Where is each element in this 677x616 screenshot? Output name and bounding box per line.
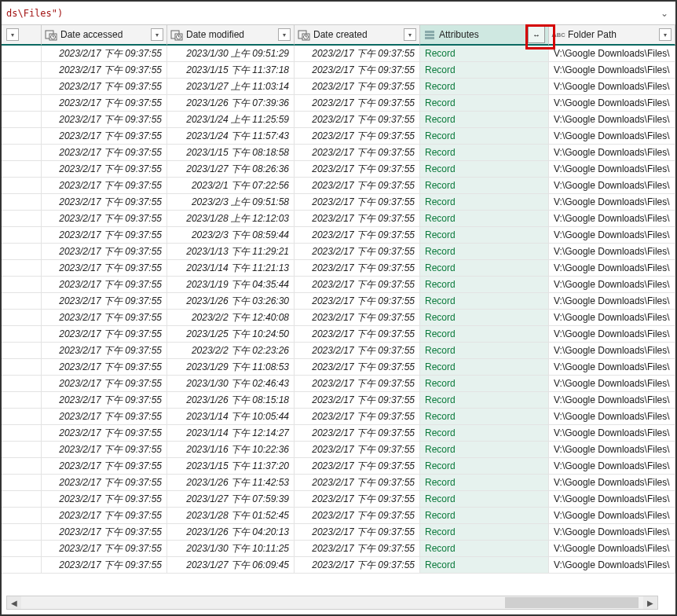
- cell-folder-path[interactable]: V:\Google Downloads\Files\: [549, 557, 675, 574]
- filter-icon[interactable]: ▾: [151, 28, 163, 41]
- cell-date-modified[interactable]: 2023/2/3 下午 08:59:44: [167, 227, 295, 244]
- cell-attributes-record[interactable]: Record: [420, 359, 549, 376]
- cell-attributes-record[interactable]: Record: [420, 524, 549, 541]
- cell-date-modified[interactable]: 2023/1/30 下午 10:11:25: [167, 541, 295, 557]
- cell-date-modified[interactable]: 2023/1/19 下午 04:35:44: [167, 277, 295, 293]
- scrollbar-thumb[interactable]: [505, 597, 639, 608]
- cell-date-accessed[interactable]: 2023/2/17 下午 09:37:55: [42, 343, 167, 359]
- cell-date-created[interactable]: 2023/2/17 下午 09:37:55: [295, 79, 420, 95]
- cell-date-created[interactable]: 2023/2/17 下午 09:37:55: [295, 260, 420, 277]
- cell-date-modified[interactable]: 2023/1/25 下午 10:24:50: [167, 326, 295, 343]
- cell-date-created[interactable]: 2023/2/17 下午 09:37:55: [295, 409, 420, 425]
- cell-attributes-record[interactable]: Record: [420, 95, 549, 112]
- cell-date-accessed[interactable]: 2023/2/17 下午 09:37:55: [42, 293, 167, 310]
- table-row[interactable]: 2023/2/17 下午 09:37:552023/1/26 下午 04:20:…: [2, 524, 675, 541]
- cell-date-created[interactable]: 2023/2/17 下午 09:37:55: [295, 491, 420, 508]
- cell-date-modified[interactable]: 2023/1/29 下午 11:08:53: [167, 359, 295, 376]
- cell-date-accessed[interactable]: 2023/2/17 下午 09:37:55: [42, 541, 167, 557]
- cell-date-accessed[interactable]: 2023/2/17 下午 09:37:55: [42, 376, 167, 392]
- cell-folder-path[interactable]: V:\Google Downloads\Files\: [549, 392, 675, 409]
- cell-date-created[interactable]: 2023/2/17 下午 09:37:55: [295, 524, 420, 541]
- cell-attributes-record[interactable]: Record: [420, 79, 549, 95]
- chevron-down-icon[interactable]: ⌄: [658, 8, 671, 19]
- formula-text[interactable]: ds\Files"): [6, 8, 658, 19]
- cell-folder-path[interactable]: V:\Google Downloads\Files\: [549, 161, 675, 178]
- cell-date-accessed[interactable]: 2023/2/17 下午 09:37:55: [42, 79, 167, 95]
- table-row[interactable]: 2023/2/17 下午 09:37:552023/1/14 下午 10:05:…: [2, 409, 675, 425]
- cell-attributes-record[interactable]: Record: [420, 541, 549, 557]
- table-row[interactable]: 2023/2/17 下午 09:37:552023/1/26 下午 03:26:…: [2, 293, 675, 310]
- cell-attributes-record[interactable]: Record: [420, 227, 549, 244]
- cell-folder-path[interactable]: V:\Google Downloads\Files\: [549, 491, 675, 508]
- filter-icon[interactable]: ▾: [659, 28, 672, 41]
- cell-date-modified[interactable]: 2023/2/1 下午 07:22:56: [167, 178, 295, 194]
- cell-date-modified[interactable]: 2023/1/13 下午 11:29:21: [167, 244, 295, 260]
- table-row[interactable]: 2023/2/17 下午 09:37:552023/2/2 下午 12:40:0…: [2, 310, 675, 326]
- cell-date-created[interactable]: 2023/2/17 下午 09:37:55: [295, 161, 420, 178]
- cell-date-accessed[interactable]: 2023/2/17 下午 09:37:55: [42, 359, 167, 376]
- cell-date-accessed[interactable]: 2023/2/17 下午 09:37:55: [42, 310, 167, 326]
- table-row[interactable]: 2023/2/17 下午 09:37:552023/1/28 上午 12:12:…: [2, 211, 675, 227]
- cell-date-accessed[interactable]: 2023/2/17 下午 09:37:55: [42, 277, 167, 293]
- table-row[interactable]: 2023/2/17 下午 09:37:552023/1/19 下午 04:35:…: [2, 277, 675, 293]
- cell-attributes-record[interactable]: Record: [420, 62, 549, 79]
- table-row[interactable]: 2023/2/17 下午 09:37:552023/1/30 上午 09:51:…: [2, 46, 675, 62]
- cell-folder-path[interactable]: V:\Google Downloads\Files\: [549, 244, 675, 260]
- cell-folder-path[interactable]: V:\Google Downloads\Files\: [549, 326, 675, 343]
- table-row[interactable]: 2023/2/17 下午 09:37:552023/1/13 下午 11:29:…: [2, 244, 675, 260]
- cell-date-accessed[interactable]: 2023/2/17 下午 09:37:55: [42, 95, 167, 112]
- cell-date-created[interactable]: 2023/2/17 下午 09:37:55: [295, 458, 420, 475]
- cell-date-created[interactable]: 2023/2/17 下午 09:37:55: [295, 326, 420, 343]
- cell-folder-path[interactable]: V:\Google Downloads\Files\: [549, 211, 675, 227]
- cell-date-modified[interactable]: 2023/2/2 下午 02:23:26: [167, 343, 295, 359]
- scroll-right-arrow-icon[interactable]: ▶: [643, 596, 657, 609]
- table-row[interactable]: 2023/2/17 下午 09:37:552023/1/14 下午 12:14:…: [2, 425, 675, 442]
- cell-date-created[interactable]: 2023/2/17 下午 09:37:55: [295, 112, 420, 128]
- table-row[interactable]: 2023/2/17 下午 09:37:552023/1/27 下午 08:26:…: [2, 161, 675, 178]
- table-row[interactable]: 2023/2/17 下午 09:37:552023/2/1 下午 07:22:5…: [2, 178, 675, 194]
- table-row[interactable]: 2023/2/17 下午 09:37:552023/1/15 下午 11:37:…: [2, 458, 675, 475]
- cell-date-accessed[interactable]: 2023/2/17 下午 09:37:55: [42, 458, 167, 475]
- cell-folder-path[interactable]: V:\Google Downloads\Files\: [549, 524, 675, 541]
- cell-date-created[interactable]: 2023/2/17 下午 09:37:55: [295, 442, 420, 458]
- cell-attributes-record[interactable]: Record: [420, 310, 549, 326]
- cell-folder-path[interactable]: V:\Google Downloads\Files\: [549, 310, 675, 326]
- cell-date-modified[interactable]: 2023/1/28 下午 01:52:45: [167, 508, 295, 524]
- cell-date-accessed[interactable]: 2023/2/17 下午 09:37:55: [42, 475, 167, 491]
- cell-attributes-record[interactable]: Record: [420, 343, 549, 359]
- column-header-date-accessed[interactable]: Date accessed ▾: [42, 25, 167, 46]
- cell-folder-path[interactable]: V:\Google Downloads\Files\: [549, 260, 675, 277]
- cell-attributes-record[interactable]: Record: [420, 46, 549, 62]
- cell-attributes-record[interactable]: Record: [420, 178, 549, 194]
- cell-date-created[interactable]: 2023/2/17 下午 09:37:55: [295, 293, 420, 310]
- cell-folder-path[interactable]: V:\Google Downloads\Files\: [549, 293, 675, 310]
- cell-date-created[interactable]: 2023/2/17 下午 09:37:55: [295, 211, 420, 227]
- cell-date-modified[interactable]: 2023/1/15 下午 11:37:18: [167, 62, 295, 79]
- cell-date-accessed[interactable]: 2023/2/17 下午 09:37:55: [42, 244, 167, 260]
- cell-date-modified[interactable]: 2023/2/3 上午 09:51:58: [167, 194, 295, 211]
- column-header-date-modified[interactable]: Date modified ▾: [167, 25, 295, 46]
- cell-folder-path[interactable]: V:\Google Downloads\Files\: [549, 376, 675, 392]
- cell-date-created[interactable]: 2023/2/17 下午 09:37:55: [295, 277, 420, 293]
- cell-date-accessed[interactable]: 2023/2/17 下午 09:37:55: [42, 260, 167, 277]
- table-row[interactable]: 2023/2/17 下午 09:37:552023/1/29 下午 11:08:…: [2, 359, 675, 376]
- cell-date-created[interactable]: 2023/2/17 下午 09:37:55: [295, 244, 420, 260]
- cell-folder-path[interactable]: V:\Google Downloads\Files\: [549, 95, 675, 112]
- cell-date-modified[interactable]: 2023/1/30 上午 09:51:29: [167, 46, 295, 62]
- cell-folder-path[interactable]: V:\Google Downloads\Files\: [549, 508, 675, 524]
- cell-date-modified[interactable]: 2023/1/26 下午 07:39:36: [167, 95, 295, 112]
- table-row[interactable]: 2023/2/17 下午 09:37:552023/1/16 下午 10:22:…: [2, 442, 675, 458]
- cell-attributes-record[interactable]: Record: [420, 128, 549, 145]
- table-row[interactable]: 2023/2/17 下午 09:37:552023/2/3 下午 08:59:4…: [2, 227, 675, 244]
- cell-date-created[interactable]: 2023/2/17 下午 09:37:55: [295, 425, 420, 442]
- cell-attributes-record[interactable]: Record: [420, 145, 549, 161]
- cell-date-created[interactable]: 2023/2/17 下午 09:37:55: [295, 128, 420, 145]
- cell-date-modified[interactable]: 2023/2/2 下午 12:40:08: [167, 310, 295, 326]
- cell-date-accessed[interactable]: 2023/2/17 下午 09:37:55: [42, 508, 167, 524]
- table-row[interactable]: 2023/2/17 下午 09:37:552023/1/25 下午 10:24:…: [2, 326, 675, 343]
- cell-date-accessed[interactable]: 2023/2/17 下午 09:37:55: [42, 145, 167, 161]
- cell-folder-path[interactable]: V:\Google Downloads\Files\: [549, 409, 675, 425]
- cell-date-modified[interactable]: 2023/1/27 上午 11:03:14: [167, 79, 295, 95]
- cell-folder-path[interactable]: V:\Google Downloads\Files\: [549, 79, 675, 95]
- cell-folder-path[interactable]: V:\Google Downloads\Files\: [549, 128, 675, 145]
